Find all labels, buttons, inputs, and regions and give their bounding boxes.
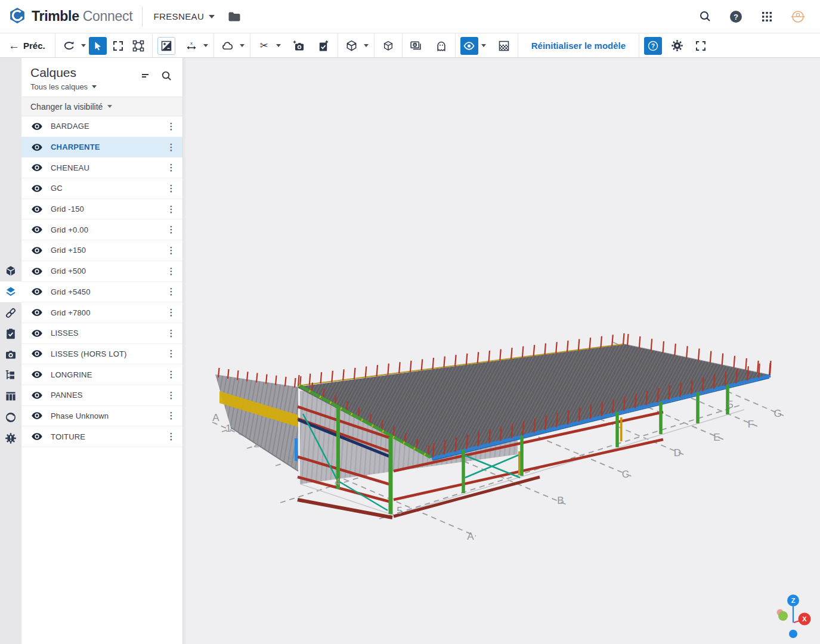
markup-cloud-button[interactable] xyxy=(219,37,237,55)
layer-menu-icon[interactable]: ⋮ xyxy=(166,245,177,256)
layer-menu-icon[interactable]: ⋮ xyxy=(166,286,177,297)
select-tool-button[interactable] xyxy=(89,37,107,55)
layer-visibility-eye-icon[interactable] xyxy=(30,409,44,422)
panel-scrollbar[interactable] xyxy=(182,58,185,644)
section-box-button[interactable] xyxy=(379,37,397,55)
layer-visibility-eye-icon[interactable] xyxy=(30,244,44,257)
settings-button[interactable] xyxy=(668,37,686,55)
sidebar-item-models[interactable] xyxy=(0,261,21,281)
sidebar-item-links[interactable] xyxy=(0,302,21,323)
orbit-tool-button[interactable] xyxy=(60,37,78,55)
visibility-dropdown[interactable] xyxy=(479,37,488,55)
layer-menu-icon[interactable]: ⋮ xyxy=(166,307,177,318)
todo-add-button[interactable] xyxy=(315,37,333,55)
layer-visibility-eye-icon[interactable] xyxy=(30,120,44,133)
layer-row[interactable]: CHARPENTE ⋮ xyxy=(21,137,182,158)
layer-menu-icon[interactable]: ⋮ xyxy=(166,369,177,380)
measure-tool-button[interactable]: x xyxy=(182,37,200,55)
layer-row[interactable]: Phase Unknown ⋮ xyxy=(21,406,182,427)
layer-menu-icon[interactable]: ⋮ xyxy=(166,204,177,215)
layer-menu-icon[interactable]: ⋮ xyxy=(166,121,177,132)
sidebar-item-clash[interactable] xyxy=(0,407,21,428)
project-folder-button[interactable] xyxy=(228,11,241,22)
reset-model-button[interactable]: Réinitialiser le modèle xyxy=(522,41,635,51)
sort-button[interactable] xyxy=(139,69,152,82)
project-selector[interactable]: FRESNEAU xyxy=(153,11,215,21)
view-stack-button[interactable] xyxy=(407,37,425,55)
account-button[interactable] xyxy=(790,9,806,24)
sidebar-item-alerts[interactable] xyxy=(0,428,21,448)
layer-visibility-eye-icon[interactable] xyxy=(30,430,44,443)
clip-tool-button[interactable]: ✂ xyxy=(255,37,273,55)
layer-menu-icon[interactable]: ⋮ xyxy=(166,328,177,339)
fullscreen-button[interactable] xyxy=(692,37,710,55)
layer-row[interactable]: LONGRINE ⋮ xyxy=(21,364,182,385)
layer-menu-icon[interactable]: ⋮ xyxy=(166,390,177,401)
layer-menu-icon[interactable]: ⋮ xyxy=(166,142,177,153)
sidebar-item-todos[interactable] xyxy=(0,323,21,344)
contrast-adjust-button[interactable] xyxy=(157,37,175,55)
axis-z-neg-dot[interactable] xyxy=(789,630,797,638)
layer-menu-icon[interactable]: ⋮ xyxy=(166,410,177,421)
layer-visibility-eye-icon[interactable] xyxy=(30,389,44,402)
axis-y-dot[interactable] xyxy=(778,611,788,621)
ground-plane-button[interactable] xyxy=(495,37,513,55)
layer-row[interactable]: BARDAGE ⋮ xyxy=(21,116,182,137)
layer-row[interactable]: PANNES ⋮ xyxy=(21,385,182,406)
layer-visibility-eye-icon[interactable] xyxy=(30,265,44,278)
view-cube-dropdown[interactable] xyxy=(362,37,370,55)
sidebar-item-hierarchy[interactable] xyxy=(0,365,21,386)
orbit-tool-dropdown[interactable] xyxy=(79,37,88,55)
apps-menu-button[interactable] xyxy=(759,9,775,24)
layer-visibility-eye-icon[interactable] xyxy=(30,327,44,340)
model-viewport[interactable]: A12345ABCDEFG5 Z X xyxy=(185,58,820,644)
clip-tool-dropdown[interactable] xyxy=(274,37,283,55)
layer-row[interactable]: Grid -150 ⋮ xyxy=(21,199,182,220)
layer-visibility-eye-icon[interactable] xyxy=(30,368,44,381)
transform-select-button[interactable] xyxy=(129,37,147,55)
layer-row[interactable]: TOITURE ⋮ xyxy=(21,426,182,447)
help-button[interactable]: ? xyxy=(728,9,744,24)
layers-scope-selector[interactable]: Tous les calques xyxy=(30,82,97,91)
layer-menu-icon[interactable]: ⋮ xyxy=(166,431,177,442)
layer-menu-icon[interactable]: ⋮ xyxy=(166,348,177,359)
visibility-tool-button[interactable] xyxy=(460,37,478,55)
layer-visibility-eye-icon[interactable] xyxy=(30,203,44,216)
layer-visibility-eye-icon[interactable] xyxy=(30,306,44,319)
layer-menu-icon[interactable]: ⋮ xyxy=(166,224,177,235)
markup-dropdown[interactable] xyxy=(238,37,246,55)
model-3d-scene[interactable]: A12345ABCDEFG5 Z X xyxy=(185,58,820,644)
sidebar-item-layers[interactable] xyxy=(0,281,21,302)
layer-row[interactable]: CHENEAU ⋮ xyxy=(21,157,182,178)
snapshot-add-button[interactable] xyxy=(290,37,308,55)
layer-menu-icon[interactable]: ⋮ xyxy=(166,162,177,173)
layer-visibility-eye-icon[interactable] xyxy=(30,141,44,154)
measure-tool-dropdown[interactable] xyxy=(202,37,210,55)
layer-row[interactable]: Grid +0.00 ⋮ xyxy=(21,219,182,240)
layer-visibility-eye-icon[interactable] xyxy=(30,182,44,195)
sidebar-item-tables[interactable] xyxy=(0,386,21,407)
change-visibility-button[interactable]: Changer la visibilité xyxy=(21,97,182,116)
search-button[interactable] xyxy=(697,9,713,24)
layer-row[interactable]: GC ⋮ xyxy=(21,178,182,199)
layer-visibility-eye-icon[interactable] xyxy=(30,285,44,298)
sidebar-item-views[interactable] xyxy=(0,344,21,365)
layer-search-button[interactable] xyxy=(160,69,173,82)
layer-row[interactable]: LISSES ⋮ xyxy=(21,323,182,344)
layer-visibility-eye-icon[interactable] xyxy=(30,347,44,360)
layer-row[interactable]: Grid +150 ⋮ xyxy=(21,240,182,261)
help-tool-button[interactable]: ? xyxy=(644,37,662,55)
layer-visibility-eye-icon[interactable] xyxy=(30,223,44,236)
layer-row[interactable]: LISSES (HORS LOT) ⋮ xyxy=(21,344,182,365)
view-cube-button[interactable] xyxy=(343,37,361,55)
marquee-select-button[interactable] xyxy=(109,37,127,55)
ghost-mode-button[interactable] xyxy=(432,37,450,55)
layer-row[interactable]: Grid +500 ⋮ xyxy=(21,261,182,282)
back-button[interactable]: ← Préc. xyxy=(5,39,51,52)
layer-row[interactable]: Grid +7800 ⋮ xyxy=(21,302,182,323)
layer-visibility-eye-icon[interactable] xyxy=(30,161,44,174)
layer-menu-icon[interactable]: ⋮ xyxy=(166,266,177,277)
layer-row[interactable]: Grid +5450 ⋮ xyxy=(21,282,182,303)
layer-menu-icon[interactable]: ⋮ xyxy=(166,183,177,194)
trimble-connect-logo[interactable]: Trimble Connect xyxy=(0,7,132,27)
